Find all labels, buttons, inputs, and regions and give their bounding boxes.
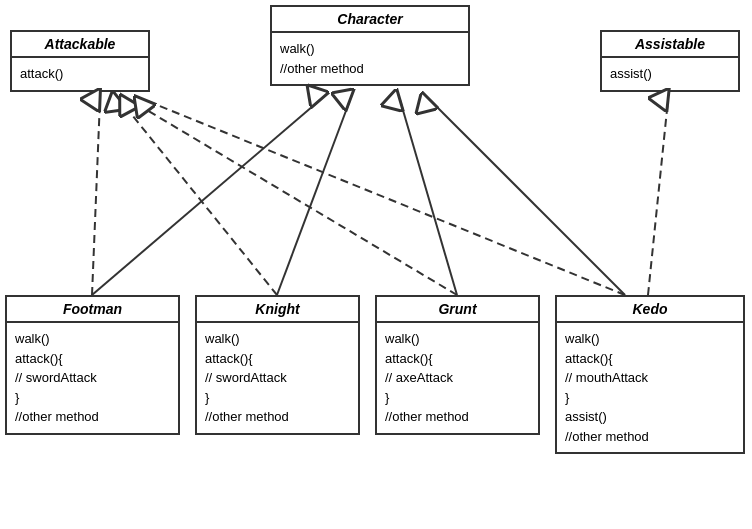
footman-body: walk()attack(){// swordAttack}//other me… xyxy=(7,323,178,433)
attackable-box: Attackable attack() xyxy=(10,30,150,92)
svg-line-5 xyxy=(120,100,277,295)
kedo-box: Kedo walk()attack(){// mouthAttack}assis… xyxy=(555,295,745,454)
assistable-box: Assistable assist() xyxy=(600,30,740,92)
knight-title: Knight xyxy=(197,297,358,323)
kedo-body: walk()attack(){// mouthAttack}assist()//… xyxy=(557,323,743,452)
character-box: Character walk()//other method xyxy=(270,5,470,86)
svg-line-8 xyxy=(648,100,668,295)
svg-line-1 xyxy=(277,100,350,295)
kedo-title: Kedo xyxy=(557,297,743,323)
knight-body: walk()attack(){// swordAttack}//other me… xyxy=(197,323,358,433)
assistable-title: Assistable xyxy=(602,32,738,58)
svg-line-7 xyxy=(145,100,625,295)
footman-box: Footman walk()attack(){// swordAttack}//… xyxy=(5,295,180,435)
footman-title: Footman xyxy=(7,297,178,323)
svg-line-2 xyxy=(400,100,457,295)
grunt-title: Grunt xyxy=(377,297,538,323)
grunt-body: walk()attack(){// axeAttack}//other meth… xyxy=(377,323,538,433)
grunt-box: Grunt walk()attack(){// axeAttack}//othe… xyxy=(375,295,540,435)
character-body: walk()//other method xyxy=(272,33,468,84)
svg-line-0 xyxy=(92,100,320,295)
character-title: Character xyxy=(272,7,468,33)
svg-line-4 xyxy=(92,100,100,295)
knight-box: Knight walk()attack(){// swordAttack}//o… xyxy=(195,295,360,435)
svg-line-6 xyxy=(130,100,457,295)
assistable-body: assist() xyxy=(602,58,738,90)
svg-line-3 xyxy=(430,100,625,295)
attackable-title: Attackable xyxy=(12,32,148,58)
attackable-body: attack() xyxy=(12,58,148,90)
